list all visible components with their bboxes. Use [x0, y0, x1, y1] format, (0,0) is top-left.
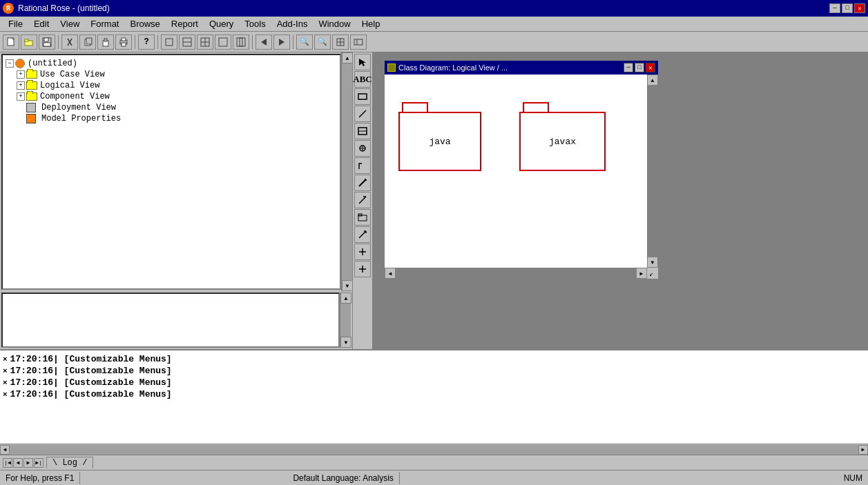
properties-area — [1, 293, 340, 348]
log-scroll-left[interactable]: ◀ — [0, 445, 10, 455]
tree-expand-component[interactable]: + — [17, 92, 25, 101]
tree-label-usecase: Use Case View — [40, 70, 105, 79]
props-scroll-up[interactable]: ▲ — [340, 293, 351, 304]
svg-rect-5 — [44, 43, 50, 46]
tree-label-component: Component View — [40, 92, 110, 101]
tree-expand-root[interactable]: − — [6, 59, 14, 68]
tree-view[interactable]: − (untitled) + Use Case View + — [1, 54, 341, 290]
toolbar-select[interactable] — [161, 34, 177, 50]
menu-report[interactable]: Report — [166, 17, 204, 30]
tree-icon-deployment — [26, 103, 36, 112]
tool-rect[interactable] — [354, 88, 371, 105]
toolbar-btn2[interactable] — [197, 34, 213, 50]
tree-scroll-down[interactable]: ▼ — [342, 280, 352, 291]
diag-scroll-h-right[interactable]: ▶ — [636, 268, 647, 279]
diag-scroll-h-left[interactable]: ◀ — [385, 268, 396, 279]
title-bar: R Rational Rose - (untitled) ─ □ ✕ — [0, 0, 868, 17]
toolbar-back[interactable] — [255, 34, 272, 50]
close-button[interactable]: ✕ — [854, 3, 865, 13]
toolbar-btn1[interactable] — [179, 34, 195, 50]
toolbar-help[interactable]: ? — [138, 34, 155, 50]
tree-item-model-props[interactable]: Model Properties — [17, 113, 337, 124]
diagram-scrollbar-v[interactable]: ▲ ▼ — [647, 75, 658, 268]
canvas-area: Class Diagram: Logical View / ... ─ □ ✕ — [373, 52, 868, 349]
toolbar-zoom-out[interactable]: 🔍 — [314, 34, 331, 50]
tool-plus[interactable] — [354, 244, 371, 260]
minimize-button[interactable]: ─ — [829, 3, 840, 13]
tree-label-deployment: Deployment View — [41, 103, 116, 112]
tree-root[interactable]: − (untitled) — [6, 58, 337, 69]
properties-scrollbar-v[interactable]: ▲ ▼ — [340, 293, 351, 348]
menu-help[interactable]: Help — [356, 17, 386, 30]
tool-line3[interactable] — [354, 192, 371, 208]
toolbar-forward[interactable] — [273, 34, 290, 50]
menu-browse[interactable]: Browse — [124, 17, 165, 30]
toolbar-fit[interactable] — [332, 34, 349, 50]
package-javax-label: javax — [549, 137, 576, 147]
toolbar-open[interactable] — [21, 34, 37, 50]
log-scrollbar-h[interactable]: ◀ ▶ — [0, 444, 868, 455]
tool-anchor[interactable] — [354, 140, 371, 157]
tool-select[interactable] — [354, 54, 371, 70]
tree-scroll-up[interactable]: ▲ — [342, 52, 352, 63]
tool-line2[interactable] — [354, 175, 371, 191]
tool-plus2[interactable] — [354, 261, 371, 277]
log-tab-next[interactable]: ▶ — [23, 458, 33, 468]
diagram-minimize[interactable]: ─ — [624, 63, 633, 72]
left-panel: − (untitled) + Use Case View + — [0, 52, 352, 349]
log-tab-last[interactable]: ▶| — [34, 458, 44, 468]
diagram-canvas[interactable]: java javax — [385, 75, 647, 268]
tree-item-component[interactable]: + Component View — [17, 91, 337, 102]
menu-file[interactable]: File — [3, 17, 28, 30]
toolbar-btn3[interactable] — [215, 34, 231, 50]
diagram-controls: ─ □ ✕ — [624, 63, 655, 72]
menu-query[interactable]: Query — [204, 17, 239, 30]
toolbar-paste[interactable] — [97, 34, 114, 50]
toolbar-cut[interactable] — [61, 34, 78, 50]
tree-item-logical[interactable]: + Logical View — [17, 80, 337, 91]
toolbar-btn4[interactable] — [233, 34, 249, 50]
menu-view[interactable]: View — [55, 17, 85, 30]
tree-item-usecase[interactable]: + Use Case View — [17, 69, 337, 80]
menu-format[interactable]: Format — [85, 17, 124, 30]
diag-scroll-v-track — [647, 86, 658, 257]
toolbar-sep3 — [157, 35, 158, 49]
tool-text[interactable]: ABC — [354, 71, 371, 88]
tool-line4[interactable] — [354, 226, 371, 243]
log-tab-prev[interactable]: ◀ — [13, 458, 23, 468]
tool-rect2[interactable] — [354, 123, 371, 139]
tool-corner[interactable] — [354, 157, 371, 174]
toolbar-print[interactable] — [115, 34, 132, 50]
svg-rect-4 — [44, 38, 48, 41]
diagram-scrollbar-h[interactable]: ◀ ▶ — [385, 268, 647, 279]
menu-window[interactable]: Window — [313, 17, 356, 30]
tool-folder[interactable] — [354, 209, 371, 226]
toolbar-save[interactable] — [39, 34, 55, 50]
diag-scroll-v-up[interactable]: ▲ — [647, 75, 658, 86]
maximize-button[interactable]: □ — [842, 3, 853, 13]
status-language: Default Language: Analysis — [287, 472, 399, 484]
tree-scrollbar-v[interactable]: ▲ ▼ — [341, 52, 352, 291]
toolbar-new[interactable] — [3, 34, 19, 50]
diagram-window[interactable]: Class Diagram: Logical View / ... ─ □ ✕ — [383, 59, 659, 280]
diagram-maximize[interactable]: □ — [635, 63, 644, 72]
tree-item-deployment[interactable]: Deployment View — [17, 102, 337, 113]
package-javax[interactable]: javax — [519, 102, 606, 171]
log-scroll-right[interactable]: ▶ — [858, 445, 868, 455]
menu-tools[interactable]: Tools — [239, 17, 271, 30]
props-scroll-down[interactable]: ▼ — [340, 337, 351, 348]
package-java[interactable]: java — [398, 102, 481, 171]
log-tab-first[interactable]: |◀ — [3, 458, 12, 468]
diag-scroll-v-down[interactable]: ▼ — [647, 257, 658, 268]
diagram-close[interactable]: ✕ — [646, 63, 655, 72]
toolbar-btn5[interactable] — [350, 34, 367, 50]
tree-expand-logical[interactable]: + — [17, 81, 25, 90]
menu-edit[interactable]: Edit — [28, 17, 55, 30]
log-tab-log[interactable]: \ Log / — [46, 457, 93, 468]
toolbar-copy[interactable] — [79, 34, 96, 50]
tool-line1[interactable] — [354, 106, 371, 122]
toolbar-zoom-in[interactable]: 🔍 — [296, 34, 313, 50]
menu-addins[interactable]: Add-Ins — [271, 17, 314, 30]
tree-icon-model-props — [26, 114, 36, 123]
tree-expand-usecase[interactable]: + — [17, 70, 25, 79]
